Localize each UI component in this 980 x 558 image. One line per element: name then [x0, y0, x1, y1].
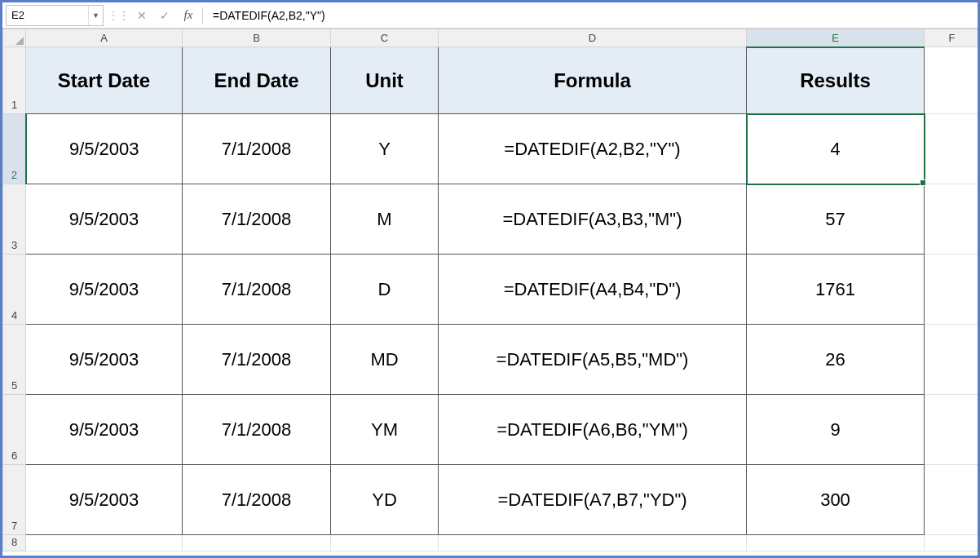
table-row: 8 — [3, 535, 980, 551]
col-header-D[interactable]: D — [439, 29, 747, 47]
row-header-2[interactable]: 2 — [3, 114, 26, 184]
cell-D5[interactable]: =DATEDIF(A5,B5,"MD") — [439, 325, 747, 395]
table-row: 4 9/5/2003 7/1/2008 D =DATEDIF(A4,B4,"D"… — [3, 255, 980, 325]
cell-E4[interactable]: 1761 — [747, 255, 925, 325]
formula-input[interactable] — [205, 5, 978, 26]
cell-D6[interactable]: =DATEDIF(A6,B6,"YM") — [439, 395, 747, 465]
cell-A8[interactable] — [26, 535, 183, 551]
column-header-row: A B C D E F — [3, 29, 980, 47]
row-header-6[interactable]: 6 — [3, 395, 26, 465]
cell-A3[interactable]: 9/5/2003 — [26, 184, 183, 255]
table-row: 6 9/5/2003 7/1/2008 YM =DATEDIF(A6,B6,"Y… — [3, 395, 980, 465]
cell-B6[interactable]: 7/1/2008 — [183, 395, 331, 465]
cell-E7[interactable]: 300 — [747, 465, 925, 535]
cell-A6[interactable]: 9/5/2003 — [26, 395, 183, 465]
cell-A7[interactable]: 9/5/2003 — [26, 465, 183, 535]
table-row: 1 Start Date End Date Unit Formula Resul… — [3, 47, 980, 114]
drag-handle-icon: ⋮⋮ — [108, 5, 130, 26]
fx-icon[interactable]: fx — [176, 8, 201, 22]
table-row: 7 9/5/2003 7/1/2008 YD =DATEDIF(A7,B7,"Y… — [3, 465, 980, 535]
cell-E6[interactable]: 9 — [747, 395, 925, 465]
row-header-7[interactable]: 7 — [3, 465, 26, 535]
cell-D2[interactable]: =DATEDIF(A2,B2,"Y") — [439, 114, 747, 184]
row-header-8[interactable]: 8 — [3, 535, 26, 551]
cell-C8[interactable] — [331, 535, 439, 551]
cell-F4[interactable] — [925, 255, 980, 325]
cell-D3[interactable]: =DATEDIF(A3,B3,"M") — [439, 184, 747, 255]
row-header-3[interactable]: 3 — [3, 184, 26, 255]
cell-E2[interactable]: 4 — [747, 114, 925, 184]
cell-D8[interactable] — [439, 535, 747, 551]
spreadsheet-grid: A B C D E F 1 Start Date End Date Unit F… — [2, 29, 978, 551]
table-row: 3 9/5/2003 7/1/2008 M =DATEDIF(A3,B3,"M"… — [3, 184, 980, 255]
cell-E8[interactable] — [747, 535, 925, 551]
cell-E5[interactable]: 26 — [747, 325, 925, 395]
enter-icon[interactable] — [153, 5, 176, 26]
name-box[interactable]: E2 ▼ — [6, 5, 104, 26]
name-box-dropdown-icon[interactable]: ▼ — [88, 6, 103, 25]
cell-C7[interactable]: YD — [331, 465, 439, 535]
cell-C6[interactable]: YM — [331, 395, 439, 465]
cell-A1[interactable]: Start Date — [26, 47, 183, 114]
cell-C1[interactable]: Unit — [331, 47, 439, 114]
cell-C2[interactable]: Y — [331, 114, 439, 184]
cell-C5[interactable]: MD — [331, 325, 439, 395]
cell-F1[interactable] — [925, 47, 980, 114]
cell-D4[interactable]: =DATEDIF(A4,B4,"D") — [439, 255, 747, 325]
col-header-C[interactable]: C — [331, 29, 439, 47]
cell-F8[interactable] — [925, 535, 980, 551]
cell-B2[interactable]: 7/1/2008 — [183, 114, 331, 184]
col-header-E[interactable]: E — [747, 29, 925, 47]
cell-B8[interactable] — [183, 535, 331, 551]
select-all-corner[interactable] — [3, 29, 26, 47]
cell-D7[interactable]: =DATEDIF(A7,B7,"YD") — [439, 465, 747, 535]
cell-B5[interactable]: 7/1/2008 — [183, 325, 331, 395]
cell-B4[interactable]: 7/1/2008 — [183, 255, 331, 325]
cell-A2[interactable]: 9/5/2003 — [26, 114, 183, 184]
table-row: 5 9/5/2003 7/1/2008 MD =DATEDIF(A5,B5,"M… — [3, 325, 980, 395]
name-box-value: E2 — [7, 9, 88, 21]
row-header-5[interactable]: 5 — [3, 325, 26, 395]
col-header-A[interactable]: A — [26, 29, 183, 47]
table-row: 2 9/5/2003 7/1/2008 Y =DATEDIF(A2,B2,"Y"… — [3, 114, 980, 184]
cancel-icon[interactable] — [130, 5, 153, 26]
formula-bar-buttons: ⋮⋮ fx — [108, 2, 201, 28]
col-header-B[interactable]: B — [183, 29, 331, 47]
cell-C3[interactable]: M — [331, 184, 439, 255]
cell-D1[interactable]: Formula — [439, 47, 747, 114]
cell-F3[interactable] — [925, 184, 980, 255]
cell-A5[interactable]: 9/5/2003 — [26, 325, 183, 395]
cell-C4[interactable]: D — [331, 255, 439, 325]
cell-F5[interactable] — [925, 325, 980, 395]
cell-E3[interactable]: 57 — [747, 184, 925, 255]
formula-bar: E2 ▼ ⋮⋮ fx — [2, 2, 978, 29]
row-header-4[interactable]: 4 — [3, 255, 26, 325]
cell-B3[interactable]: 7/1/2008 — [183, 184, 331, 255]
cell-F7[interactable] — [925, 465, 980, 535]
cell-B1[interactable]: End Date — [183, 47, 331, 114]
cell-F6[interactable] — [925, 395, 980, 465]
col-header-F[interactable]: F — [925, 29, 980, 47]
cell-A4[interactable]: 9/5/2003 — [26, 255, 183, 325]
cell-B7[interactable]: 7/1/2008 — [183, 465, 331, 535]
cell-E1[interactable]: Results — [747, 47, 925, 114]
cell-F2[interactable] — [925, 114, 980, 184]
row-header-1[interactable]: 1 — [3, 47, 26, 114]
